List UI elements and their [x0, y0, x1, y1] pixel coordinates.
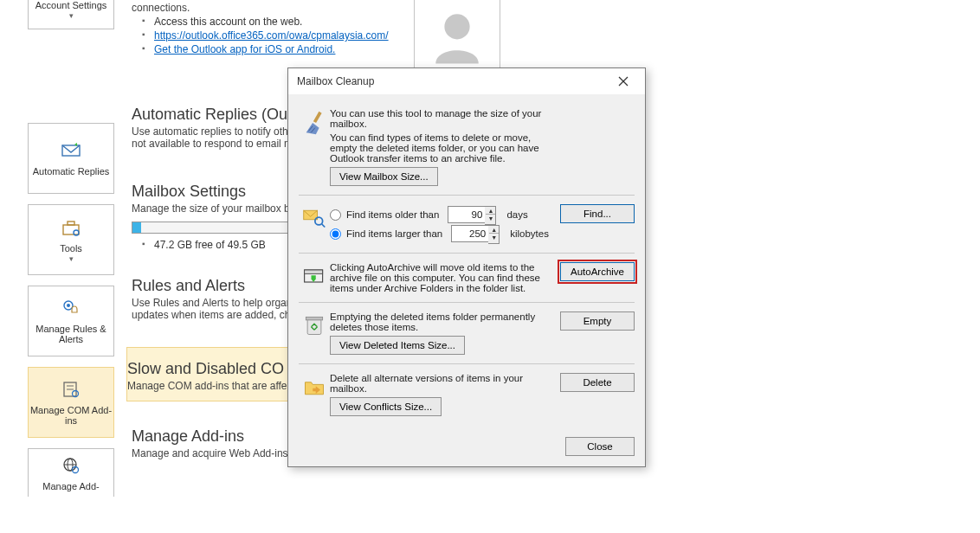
bullet-text: Access this account on the web.: [154, 16, 302, 28]
close-button[interactable]: [609, 72, 638, 91]
svg-point-21: [315, 217, 323, 225]
tile-label: Account Settings: [35, 0, 107, 10]
addin-icon: [61, 379, 81, 400]
svg-point-5: [67, 304, 70, 307]
tile-label: Manage COM Add-ins: [29, 405, 113, 426]
find-button[interactable]: Find...: [560, 204, 635, 223]
find-larger-value[interactable]: 250 ▲ ▼: [451, 225, 489, 242]
stepper-up-icon[interactable]: ▲: [486, 207, 495, 215]
svg-rect-25: [307, 319, 321, 335]
svg-rect-24: [305, 270, 323, 273]
svg-rect-26: [306, 317, 322, 320]
toolbox-icon: [61, 217, 81, 238]
delete-button[interactable]: Delete: [560, 373, 635, 392]
autoarchive-text: Clicking AutoArchive will move old items…: [330, 262, 553, 293]
recycle-bin-icon: [302, 313, 326, 337]
conflicts-text: Delete all alternate versions of items i…: [330, 373, 553, 394]
mail-reply-icon: [61, 140, 81, 161]
stepper-down-icon[interactable]: ▼: [486, 215, 495, 222]
rules-alerts-tile[interactable]: Manage Rules & Alerts: [28, 286, 114, 356]
stepper-down-icon[interactable]: ▼: [489, 234, 499, 241]
tile-label: Tools: [60, 243, 82, 254]
find-older-value[interactable]: 90 ▲ ▼: [448, 206, 486, 223]
intro-line-1: You can use this tool to manage the size…: [330, 108, 553, 129]
close-icon: [618, 76, 629, 87]
account-settings-tile[interactable]: Account Settings ▾: [28, 0, 114, 29]
find-older-label: Find items older than: [346, 209, 439, 220]
profile-avatar: [414, 0, 500, 73]
tile-label: Manage Add-: [42, 481, 99, 491]
owa-link[interactable]: https://outlook.office365.com/owa/cpmala…: [154, 29, 389, 42]
globe-gear-icon: [61, 455, 81, 476]
close-dialog-button[interactable]: Close: [565, 437, 635, 456]
find-larger-unit: kilobytes: [510, 228, 549, 239]
svg-line-22: [322, 224, 326, 228]
find-larger-label: Find items larger than: [346, 228, 442, 239]
svg-rect-2: [68, 222, 74, 225]
empty-button[interactable]: Empty: [560, 311, 635, 331]
view-conflicts-size-button[interactable]: View Conflicts Size...: [330, 397, 442, 416]
tile-label: Automatic Replies: [33, 166, 110, 177]
dialog-title: Mailbox Cleanup: [297, 75, 374, 87]
broom-icon: [301, 110, 327, 136]
mailbox-cleanup-dialog: Mailbox Cleanup You can use this tool to…: [287, 67, 646, 467]
rules-bell-icon: [61, 298, 81, 318]
find-larger-radio[interactable]: [330, 228, 341, 240]
stepper-up-icon[interactable]: ▲: [489, 226, 499, 234]
chevron-down-icon: ▾: [69, 254, 74, 263]
com-addins-tile[interactable]: Manage COM Add-ins: [28, 367, 114, 438]
archive-folder-icon: [302, 264, 326, 288]
magnifier-mail-icon: [302, 206, 326, 230]
intro-line-2: You can find types of items to delete or…: [330, 132, 553, 164]
svg-point-14: [444, 14, 469, 39]
find-older-unit: days: [506, 209, 527, 220]
storage-text: 47.2 GB free of 49.5 GB: [154, 239, 266, 251]
tools-tile[interactable]: Tools ▾: [28, 204, 114, 275]
view-mailbox-size-button[interactable]: View Mailbox Size...: [330, 167, 438, 186]
web-addins-tile[interactable]: Manage Add-: [28, 448, 114, 497]
find-older-radio[interactable]: [330, 209, 341, 221]
svg-rect-17: [313, 112, 322, 123]
outlook-app-link[interactable]: Get the Outlook app for iOS or Android.: [154, 43, 335, 55]
view-deleted-size-button[interactable]: View Deleted Items Size...: [330, 336, 465, 355]
empty-text: Emptying the deleted items folder perman…: [330, 311, 553, 332]
chevron-down-icon: ▾: [69, 11, 74, 20]
autoarchive-button[interactable]: AutoArchive: [560, 262, 635, 281]
automatic-replies-tile[interactable]: Automatic Replies: [28, 123, 114, 194]
tile-label: Manage Rules & Alerts: [29, 324, 113, 344]
conflicts-folder-icon: [302, 375, 326, 399]
